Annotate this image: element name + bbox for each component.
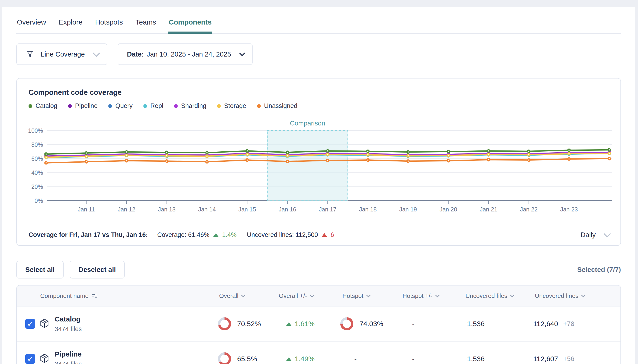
package-icon: [39, 353, 50, 364]
legend-label: Query: [115, 102, 133, 110]
select-all-button[interactable]: Select all: [16, 261, 64, 278]
legend-dot-icon: [29, 104, 32, 108]
tab-hotspots[interactable]: Hotspots: [95, 14, 123, 33]
metric-filter-dropdown[interactable]: Line Coverage: [16, 44, 107, 65]
hotspot-delta-cell: -: [384, 342, 445, 364]
up-arrow-icon: [286, 357, 291, 361]
tab-explore[interactable]: Explore: [58, 14, 83, 33]
column-header-overall-[interactable]: Overall +/-: [260, 286, 326, 306]
sort-chevron-icon: [241, 293, 245, 297]
sort-chevron-icon: [510, 293, 514, 297]
svg-text:0%: 0%: [35, 198, 43, 204]
row-checkbox[interactable]: ✓: [25, 319, 35, 329]
column-header-overall[interactable]: Overall: [199, 286, 260, 306]
content-panel: OverviewExploreHotspotsTeamsComponents L…: [2, 7, 635, 364]
legend-label: Storage: [224, 102, 246, 110]
chart-svg: 0%20%40%60%80%100%ComparisonJan 11Jan 12…: [26, 116, 615, 218]
legend-label: Repl: [150, 102, 163, 110]
uncovered-lines-value: Uncovered lines: 112,500: [247, 231, 318, 238]
svg-text:Jan 23: Jan 23: [560, 206, 578, 212]
sort-chevron-icon: [581, 293, 586, 297]
component-name-cell: ✓Catalog3474 files: [17, 306, 199, 341]
legend-dot-icon: [217, 104, 221, 108]
tab-components[interactable]: Components: [168, 14, 212, 33]
hotspot-value: -: [340, 355, 357, 363]
legend-item-catalog[interactable]: Catalog: [29, 102, 57, 110]
overall-delta-cell: 1.49%: [260, 342, 326, 364]
svg-text:60%: 60%: [31, 155, 43, 162]
overall-cell: 65.5%: [199, 342, 260, 364]
filter-row: Line Coverage Date: Jan 10, 2025 - Jan 2…: [16, 44, 621, 65]
legend-dot-icon: [143, 104, 147, 108]
row-checkbox[interactable]: ✓: [25, 354, 35, 364]
hotspot-cell: 74.03%: [326, 306, 384, 341]
uncovered-lines-delta: +56: [563, 355, 574, 362]
column-header-hotspot-[interactable]: Hotspot +/-: [384, 286, 445, 306]
coverage-donut-icon: [218, 352, 231, 364]
svg-text:80%: 80%: [31, 141, 43, 148]
hotspot-cell: -: [326, 342, 384, 364]
table-row-catalog[interactable]: ✓Catalog3474 files70.52%1.61%74.03%-1,53…: [17, 306, 620, 341]
uncovered-lines-delta: 6: [331, 231, 334, 238]
column-header-label: Hotspot +/-: [403, 292, 432, 300]
column-header-uncovered-lines[interactable]: Uncovered lines: [515, 286, 620, 306]
svg-text:Jan 18: Jan 18: [359, 206, 377, 212]
column-header-uncovered-files[interactable]: Uncovered files: [445, 286, 515, 306]
tab-overview[interactable]: Overview: [16, 14, 47, 33]
package-icon: [39, 318, 50, 330]
svg-text:Jan 11: Jan 11: [78, 206, 95, 212]
column-header-label: Component name: [40, 292, 89, 300]
legend-label: Sharding: [181, 102, 206, 110]
legend-item-pipeline[interactable]: Pipeline: [68, 102, 98, 110]
svg-text:Jan 21: Jan 21: [480, 206, 497, 212]
uncovered-files-value: 1,536: [467, 320, 485, 328]
table-row-pipeline[interactable]: ✓Pipeline3474 files65.5%1.49%--1,536112,…: [17, 341, 620, 364]
date-filter-dropdown[interactable]: Date: Jan 10, 2025 - Jan 24, 2025: [118, 44, 253, 65]
legend-dot-icon: [68, 104, 72, 108]
legend-item-unassigned[interactable]: Unassigned: [257, 102, 297, 110]
overall-delta-value: 1.61%: [295, 320, 314, 328]
svg-text:Jan 14: Jan 14: [198, 206, 216, 212]
legend-item-query[interactable]: Query: [108, 102, 133, 110]
svg-text:Jan 13: Jan 13: [158, 206, 175, 212]
hotspot-delta-value: -: [412, 355, 414, 363]
metric-filter-label: Line Coverage: [41, 50, 85, 58]
uncovered-lines-value: 112,607: [533, 355, 558, 363]
overall-value: 70.52%: [237, 320, 261, 328]
uncovered-up-arrow-icon: [322, 233, 327, 237]
legend-item-storage[interactable]: Storage: [217, 102, 246, 110]
sort-icon: [91, 293, 98, 299]
funnel-icon: [26, 50, 34, 58]
chart-title: Component code coverage: [29, 88, 609, 97]
granularity-dropdown[interactable]: Daily: [581, 231, 609, 239]
column-header-component-name[interactable]: Component name: [17, 286, 199, 306]
overall-delta-cell: 1.61%: [260, 306, 326, 341]
legend-dot-icon: [257, 104, 261, 108]
column-header-label: Overall: [219, 292, 238, 300]
hotspot-delta-cell: -: [384, 306, 445, 341]
chevron-down-icon: [239, 50, 245, 56]
sort-chevron-icon: [310, 293, 314, 297]
svg-text:100%: 100%: [28, 127, 43, 134]
coverage-chart-card: Component code coverage CatalogPipelineQ…: [16, 78, 621, 246]
sort-chevron-icon: [435, 293, 439, 297]
svg-text:Comparison: Comparison: [290, 120, 325, 127]
overall-value: 65.5%: [237, 355, 257, 363]
hotspot-delta-value: -: [412, 320, 414, 328]
legend-dot-icon: [108, 104, 112, 108]
deselect-all-button[interactable]: Deselect all: [70, 261, 125, 278]
component-name: Catalog: [55, 315, 82, 323]
selected-count-label: Selected (7/7): [577, 266, 621, 274]
component-name: Pipeline: [55, 350, 82, 358]
column-header-hotspot[interactable]: Hotspot: [326, 286, 384, 306]
sort-chevron-icon: [366, 293, 371, 297]
legend-label: Catalog: [36, 102, 57, 110]
coverage-delta: 1.4%: [222, 231, 237, 238]
granularity-label: Daily: [581, 231, 596, 239]
uncovered-lines-cell: 112,607+56: [515, 342, 620, 364]
column-header-label: Overall +/-: [279, 292, 307, 300]
svg-text:Jan 12: Jan 12: [118, 206, 135, 212]
tab-teams[interactable]: Teams: [135, 14, 156, 33]
legend-item-sharding[interactable]: Sharding: [174, 102, 206, 110]
legend-item-repl[interactable]: Repl: [143, 102, 163, 110]
